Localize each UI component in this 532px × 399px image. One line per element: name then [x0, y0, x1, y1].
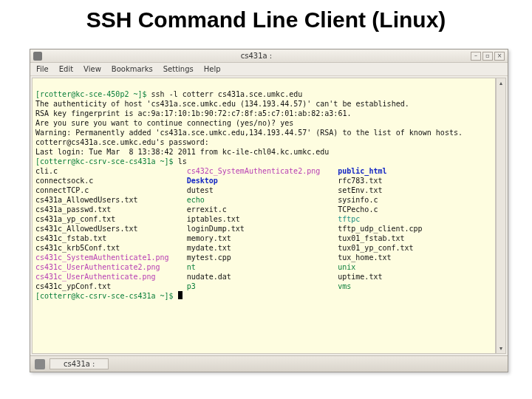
- terminal-output: cotterr@cs431a.sce.umkc.edu's password:: [35, 138, 209, 146]
- scroll-up-arrow-icon[interactable]: ▴: [499, 80, 502, 86]
- window-minimize-button[interactable]: –: [471, 52, 481, 61]
- terminal-output: RSA key fingerprint is ac:9a:17:10:1b:90…: [35, 109, 351, 117]
- scroll-down-arrow-icon[interactable]: ▾: [499, 345, 502, 352]
- menu-help[interactable]: Help: [204, 65, 221, 73]
- command-text: ssh -l cotterr cs431a.sce.umkc.edu: [151, 90, 303, 98]
- ls-entry: tux01_yp_conf.txt: [338, 244, 413, 252]
- ls-entry: tftpc: [338, 215, 360, 223]
- ls-entry: cs431c_UserAuthenticate.png: [35, 273, 156, 281]
- prompt: [rcotter@kc-sce-450p2 ~]$: [35, 90, 151, 98]
- ls-entry: connectTCP.c: [35, 186, 89, 194]
- ls-output: cli.c connectsock.c connectTCP.c cs431a_…: [35, 166, 492, 291]
- window-sysmenu-icon[interactable]: [33, 52, 42, 61]
- command-text: ls: [178, 157, 187, 166]
- ls-entry: tux01_fstab.txt: [338, 234, 404, 242]
- menu-settings[interactable]: Settings: [163, 65, 194, 73]
- terminal-output: Are you sure you want to continue connec…: [35, 119, 293, 127]
- ls-entry: cli.c: [35, 167, 58, 175]
- ls-entry: cs432c_SystemAuthenticate2.png: [187, 167, 321, 175]
- ls-entry: dutest: [187, 186, 214, 194]
- ls-column: cs432c_SystemAuthenticate2.png Desktop d…: [187, 166, 321, 291]
- ls-entry: setEnv.txt: [338, 186, 382, 194]
- slide-title: SSH Command Line Client (Linux): [0, 0, 532, 41]
- window-maximize-button[interactable]: ▫: [482, 52, 493, 61]
- ls-entry: loginDump.txt: [187, 225, 245, 233]
- terminal-viewport[interactable]: [rcotter@kc-sce-450p2 ~]$ ssh -l cotterr…: [32, 78, 496, 354]
- taskbar-app-icon[interactable]: [35, 359, 45, 369]
- ls-entry: sysinfo.c: [338, 196, 378, 204]
- window-taskbar: cs431a :: [30, 355, 508, 372]
- menu-edit[interactable]: Edit: [59, 65, 73, 73]
- menu-file[interactable]: File: [36, 65, 49, 73]
- ls-entry: tftp_udp_client.cpp: [338, 225, 422, 233]
- ls-entry: echo: [187, 196, 205, 204]
- ls-entry: cs431a_passwd.txt: [35, 205, 111, 214]
- ls-entry: cs431a_AllowedUsers.txt: [35, 196, 137, 204]
- ls-entry: memory.txt: [187, 234, 231, 242]
- ls-entry: p3: [187, 282, 196, 290]
- ls-entry: cs431c_UserAuthenticate2.png: [35, 263, 160, 271]
- ls-entry: connectsock.c: [35, 177, 93, 185]
- ls-entry: cs431c_AllowedUsers.txt: [35, 225, 137, 233]
- menubar: File Edit View Bookmarks Settings Help: [30, 63, 508, 76]
- window-titlebar[interactable]: cs431a : – ▫ ×: [30, 50, 508, 63]
- prompt: [cotterr@kc-csrv-sce-cs431a ~]$: [35, 157, 178, 166]
- ls-entry: cs431c_SystemAuthenticate1.png: [35, 253, 169, 262]
- ls-entry: TCPecho.c: [338, 205, 378, 214]
- terminal-output: Warning: Permanently added 'cs431a.sce.u…: [35, 129, 463, 137]
- ls-entry: cs431a_yp_conf.txt: [35, 215, 115, 223]
- menu-view[interactable]: View: [83, 65, 101, 73]
- ls-column: public_html rfc783.txt setEnv.txt sysinf…: [338, 166, 422, 291]
- ls-entry: nt: [187, 263, 196, 271]
- ls-entry: uptime.txt: [338, 273, 382, 281]
- menu-bookmarks[interactable]: Bookmarks: [112, 65, 153, 73]
- terminal-scrollbar[interactable]: ▴ ▾: [496, 78, 506, 354]
- ls-entry: Desktop: [187, 177, 218, 185]
- ls-entry: tux_home.txt: [338, 253, 391, 262]
- ls-entry: unix: [338, 263, 355, 271]
- ls-entry: cs431c_krb5Conf.txt: [35, 244, 120, 252]
- ls-column: cli.c connectsock.c connectTCP.c cs431a_…: [35, 166, 169, 291]
- taskbar-window-button[interactable]: cs431a :: [50, 358, 109, 369]
- ls-entry: rfc783.txt: [338, 177, 382, 185]
- terminal-output: The authenticity of host 'cs431a.sce.umk…: [35, 100, 409, 108]
- terminal-output: Last login: Tue Mar 8 13:38:42 2011 from…: [35, 148, 329, 156]
- ls-entry: mydate.txt: [187, 244, 231, 252]
- terminal-window: cs431a : – ▫ × File Edit View Bookmarks …: [30, 49, 508, 372]
- ls-entry: vms: [338, 282, 351, 290]
- ls-entry: iptables.txt: [187, 215, 240, 223]
- window-close-button[interactable]: ×: [494, 52, 505, 61]
- ls-entry: cs431c_fstab.txt: [35, 234, 106, 242]
- window-title: cs431a :: [47, 52, 466, 60]
- terminal-cursor: [178, 291, 183, 299]
- prompt: [cotterr@kc-csrv-sce-cs431a ~]$: [35, 292, 178, 300]
- ls-entry: mytest.cpp: [187, 253, 231, 262]
- ls-entry: errexit.c: [187, 205, 227, 214]
- ls-entry: public_html: [338, 167, 386, 175]
- ls-entry: nudate.dat: [187, 273, 231, 281]
- ls-entry: cs431c_ypConf.txt: [35, 282, 111, 290]
